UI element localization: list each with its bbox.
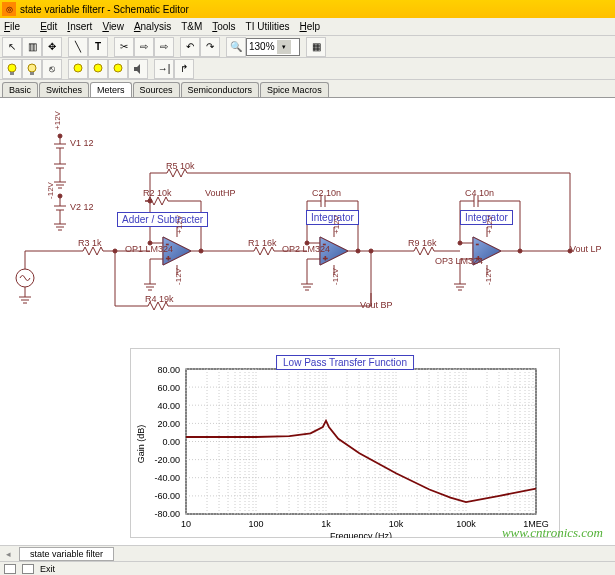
tab-meters[interactable]: Meters [90,82,132,97]
zoom-icon[interactable]: 🔍 [226,37,246,57]
menubar: File Edit Insert View Analysis T&M Tools… [0,18,615,36]
svg-text:80.00: 80.00 [157,365,180,375]
label-op3: OP3 LM324 [435,256,483,266]
svg-text:10: 10 [181,519,191,529]
schematic-drawing: - + [0,98,615,358]
label-r1: R1 16k [248,238,277,248]
net-vouthp: VoutHP [205,188,236,198]
svg-point-19 [518,249,522,253]
probe-up-icon[interactable]: ↱ [174,59,194,79]
svg-text:-40.00: -40.00 [154,473,180,483]
rail-op1-m: -12V [174,268,183,285]
menu-analysis[interactable]: Analysis [134,21,171,32]
toolbar-components: ⎋ →| ↱ [0,58,615,80]
menu-edit[interactable]: Edit [40,21,57,32]
switch1-icon[interactable]: ⎋ [42,59,62,79]
titlebar: ◎ state variable filterr - Schematic Edi… [0,0,615,18]
svg-text:-20.00: -20.00 [154,455,180,465]
svg-rect-1 [10,72,14,75]
svg-text:-60.00: -60.00 [154,491,180,501]
svg-text:40.00: 40.00 [157,401,180,411]
watermark: www.cntronics.com [502,525,603,541]
chevron-down-icon[interactable]: ▾ [277,40,291,54]
svg-text:100: 100 [248,519,263,529]
component-tabbar: Basic Switches Meters Sources Semiconduc… [0,80,615,98]
menu-view[interactable]: View [102,21,124,32]
copy-arrow2-icon[interactable]: ⇨ [154,37,174,57]
status-icon-2[interactable] [22,564,34,574]
tab-nav-left-icon[interactable]: ◂ [6,549,11,559]
status-icon-1[interactable] [4,564,16,574]
y-axis-label: Gain (dB) [136,425,146,464]
speaker-icon[interactable] [128,59,148,79]
toolbar-main: ↖ ▥ ✥ ╲ T ✂ ⇨ ⇨ ↶ ↷ 🔍 130% ▾ ▦ [0,36,615,58]
svg-rect-3 [30,72,34,75]
lamp2-icon[interactable] [22,59,42,79]
label-op1: OP1 LM324 [125,244,173,254]
svg-point-10 [58,194,62,198]
menu-tiutils[interactable]: TI Utilities [246,21,290,32]
label-r5: R5 10k [166,161,195,171]
text-tool-icon[interactable]: T [88,37,108,57]
menu-tm[interactable]: T&M [181,21,202,32]
svg-text:20.00: 20.00 [157,419,180,429]
zoom-combo[interactable]: 130% ▾ [246,38,300,56]
menu-help[interactable]: Help [300,21,321,32]
svg-point-20 [113,249,117,253]
tab-basic[interactable]: Basic [2,82,38,97]
lamp5-icon[interactable] [108,59,128,79]
svg-point-14 [148,199,152,203]
tab-spice-macros[interactable]: Spice Macros [260,82,329,97]
svg-text:10k: 10k [389,519,404,529]
label-c2: C2 10n [312,188,341,198]
redo-icon[interactable]: ↷ [200,37,220,57]
chart-panel: Low Pass Transfer Function [130,348,560,538]
app-icon: ◎ [2,2,16,16]
status-exit: Exit [40,564,55,574]
pan-tool-icon[interactable]: ✥ [42,37,62,57]
tab-sources[interactable]: Sources [133,82,180,97]
probe-right-icon[interactable]: →| [154,59,174,79]
svg-text:100k: 100k [456,519,476,529]
menu-tools[interactable]: Tools [212,21,235,32]
label-r3: R3 1k [78,238,102,248]
document-tabs: ◂ state variable filter [0,545,615,561]
svg-text:-80.00: -80.00 [154,509,180,519]
cut-icon[interactable]: ✂ [114,37,134,57]
rail-op3-p: +12V [485,215,494,234]
svg-point-6 [114,64,122,72]
svg-text:0.00: 0.00 [162,437,180,447]
copy-arrow-icon[interactable]: ⇨ [134,37,154,57]
menu-insert[interactable]: Insert [67,21,92,32]
label-v2: V2 12 [70,202,94,212]
undo-icon[interactable]: ↶ [180,37,200,57]
lamp4-icon[interactable] [88,59,108,79]
svg-point-5 [94,64,102,72]
rail-m12v-1: -12V [46,182,55,199]
rail-p12v-1: +12V [53,111,62,130]
net-voutbp: Vout BP [360,300,393,310]
svg-text:1k: 1k [321,519,331,529]
window-title: state variable filterr - Schematic Edito… [20,4,189,15]
label-c4: C4 10n [465,188,494,198]
rail-op3-m: -12V [484,268,493,285]
component-tool-icon[interactable]: ▥ [22,37,42,57]
statusbar: Exit [0,561,615,575]
grid-icon[interactable]: ▦ [306,37,326,57]
schematic-canvas[interactable]: - + [0,98,615,538]
tab-switches[interactable]: Switches [39,82,89,97]
lamp1-icon[interactable] [2,59,22,79]
svg-point-4 [74,64,82,72]
doc-tab[interactable]: state variable filter [19,547,114,561]
label-v1: V1 12 [70,138,94,148]
label-r9: R9 16k [408,238,437,248]
menu-file[interactable]: File [4,21,30,32]
wire-tool-icon[interactable]: ╲ [68,37,88,57]
pointer-tool-icon[interactable]: ↖ [2,37,22,57]
tab-semiconductors[interactable]: Semiconductors [181,82,260,97]
lamp3-icon[interactable] [68,59,88,79]
svg-text:60.00: 60.00 [157,383,180,393]
net-voutlp: Vout LP [570,244,602,254]
svg-point-2 [28,64,36,72]
svg-point-21 [369,249,373,253]
